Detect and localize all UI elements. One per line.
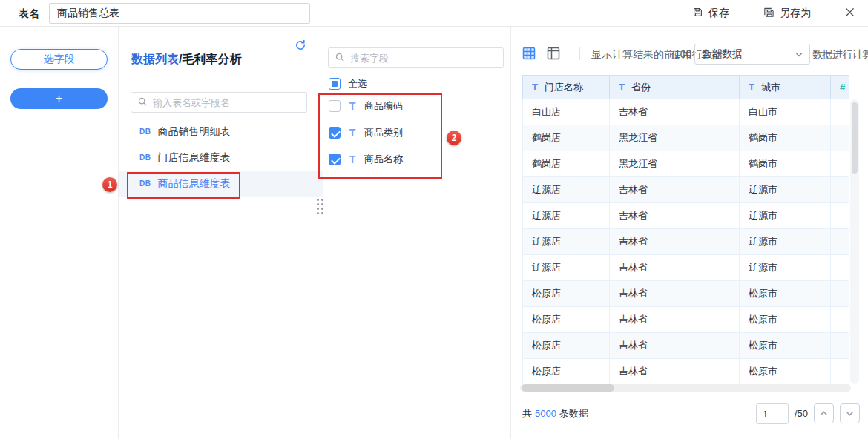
field-checkbox[interactable] — [329, 100, 341, 112]
table-cell: 辽源店 — [523, 255, 610, 281]
data-source-value: 全部数据 — [701, 47, 743, 61]
save-button-label: 保存 — [708, 7, 729, 20]
column-header[interactable]: T省份 — [610, 76, 740, 99]
table-cell: 松原市 — [740, 307, 831, 333]
table-search-input[interactable] — [153, 97, 300, 108]
table-cell: 黑龙江省 — [610, 151, 740, 177]
grid-view-icon[interactable] — [522, 47, 536, 60]
table-cell — [831, 229, 849, 255]
toolbar-divider — [579, 47, 580, 60]
panel-layout-icon[interactable] — [547, 47, 560, 60]
chevron-down-icon — [845, 409, 855, 418]
chevron-up-icon — [819, 409, 829, 418]
preview-footer: 共5000条数据 /50 — [511, 402, 867, 426]
search-icon — [335, 52, 345, 65]
data-preview-panel: 显示计算结果的前100行数据 使用 全部数据 数据进行计算 T门店名称T省份T城… — [511, 27, 868, 439]
preview-toolbar: 显示计算结果的前100行数据 使用 全部数据 数据进行计算 — [511, 27, 867, 68]
field-row[interactable]: T商品名称 — [323, 146, 511, 173]
table-row: 辽源店吉林省辽源市 — [523, 229, 849, 255]
text-field-icon: T — [348, 127, 357, 139]
table-list: DB商品销售明细表DB门店信息维度表DB商品信息维度表 — [119, 119, 323, 197]
field-checkbox[interactable] — [329, 127, 341, 139]
data-source-select[interactable]: 全部数据 — [694, 44, 810, 65]
page-number-input[interactable] — [756, 403, 789, 424]
table-cell — [831, 255, 849, 281]
chevron-down-icon — [795, 50, 803, 59]
table-cell: 黑龙江省 — [610, 125, 740, 151]
add-node-button[interactable]: + — [10, 88, 108, 109]
select-field-label: 选字段 — [44, 53, 75, 66]
table-cell: 白山市 — [740, 99, 831, 125]
table-cell: 松原市 — [740, 359, 831, 385]
table-list-item[interactable]: DB门店信息维度表 — [119, 145, 323, 171]
column-header[interactable]: T门店名称 — [523, 76, 610, 99]
next-page-button[interactable] — [840, 403, 860, 423]
text-column-icon: T — [749, 82, 754, 93]
top-bar: 表名 保存 另存为 — [0, 0, 868, 27]
table-row: 松原店吉林省松原市 — [523, 333, 849, 359]
select-all-row[interactable]: 全选 — [329, 75, 367, 93]
vertical-scrollbar[interactable] — [850, 99, 859, 384]
table-cell: 松原店 — [523, 307, 610, 333]
table-list-item-label: 门店信息维度表 — [157, 151, 230, 165]
table-cell: 辽源店 — [523, 177, 610, 203]
table-cell: 吉林省 — [610, 203, 740, 229]
field-label: 商品名称 — [364, 153, 403, 166]
field-search-input[interactable] — [350, 53, 497, 64]
use-data-label: 使用 — [671, 48, 692, 62]
number-column-icon: # — [840, 82, 845, 93]
select-field-node[interactable]: 选字段 — [10, 49, 108, 70]
compute-label: 数据进行计算 — [812, 48, 868, 62]
table-cell: 鹤岗店 — [523, 151, 610, 177]
table-cell — [831, 333, 849, 359]
table-list-item-label: 商品信息维度表 — [157, 177, 230, 191]
data-table: T门店名称T省份T城市# 白山店吉林省白山市鹤岗店黑龙江省鹤岗市鹤岗店黑龙江省鹤… — [522, 75, 849, 385]
column-header[interactable]: T城市 — [740, 76, 831, 99]
panel-resize-handle[interactable] — [317, 199, 323, 214]
database-table-icon: DB — [139, 128, 151, 136]
table-row: 鹤岗店黑龙江省鹤岗市 — [523, 151, 849, 177]
table-cell: 辽源市 — [740, 255, 831, 281]
table-cell — [831, 125, 849, 151]
data-table-container: T门店名称T省份T城市# 白山店吉林省白山市鹤岗店黑龙江省鹤岗市鹤岗店黑龙江省鹤… — [522, 75, 849, 385]
field-row[interactable]: T商品类别 — [323, 119, 511, 146]
breadcrumb-data-list[interactable]: 数据列表 — [131, 53, 179, 65]
table-row: 松原店吉林省松原市 — [523, 359, 849, 385]
column-header-label: 门店名称 — [545, 82, 583, 93]
table-cell: 松原市 — [740, 281, 831, 307]
save-button[interactable]: 保存 — [692, 0, 729, 27]
panel-title: 数据列表/毛利率分析 — [131, 52, 241, 67]
table-cell: 松原市 — [740, 333, 831, 359]
horizontal-scrollbar[interactable] — [520, 384, 851, 392]
table-cell — [831, 307, 849, 333]
save-as-button[interactable]: 另存为 — [763, 0, 811, 27]
database-table-icon: DB — [139, 179, 151, 188]
close-button[interactable] — [844, 0, 855, 27]
select-all-checkbox[interactable] — [329, 78, 341, 90]
field-checkbox[interactable] — [329, 154, 341, 165]
table-list-item[interactable]: DB商品销售明细表 — [119, 119, 323, 145]
total-count: 5000 — [535, 408, 556, 419]
horizontal-scrollbar-thumb[interactable] — [522, 384, 614, 392]
table-cell: 辽源市 — [740, 229, 831, 255]
page-total-label: /50 — [795, 408, 808, 419]
table-cell — [831, 281, 849, 307]
table-cell: 吉林省 — [610, 177, 740, 203]
table-cell: 辽源市 — [740, 203, 831, 229]
table-cell: 辽源店 — [523, 203, 610, 229]
previous-page-button[interactable] — [814, 403, 834, 423]
table-cell: 吉林省 — [610, 229, 740, 255]
refresh-button[interactable] — [295, 39, 306, 53]
save-icon — [692, 7, 703, 20]
table-cell — [831, 359, 849, 385]
table-name-input[interactable] — [49, 3, 310, 24]
table-list-item[interactable]: DB商品信息维度表 — [119, 171, 323, 197]
table-row: 辽源店吉林省辽源市 — [523, 177, 849, 203]
table-cell: 松原店 — [523, 281, 610, 307]
vertical-scrollbar-thumb[interactable] — [852, 102, 858, 174]
field-row[interactable]: T商品编码 — [323, 93, 511, 119]
table-cell: 松原店 — [523, 359, 610, 385]
column-header-label: 城市 — [761, 82, 780, 93]
column-header[interactable]: # — [831, 76, 849, 99]
plus-icon: + — [56, 91, 63, 106]
